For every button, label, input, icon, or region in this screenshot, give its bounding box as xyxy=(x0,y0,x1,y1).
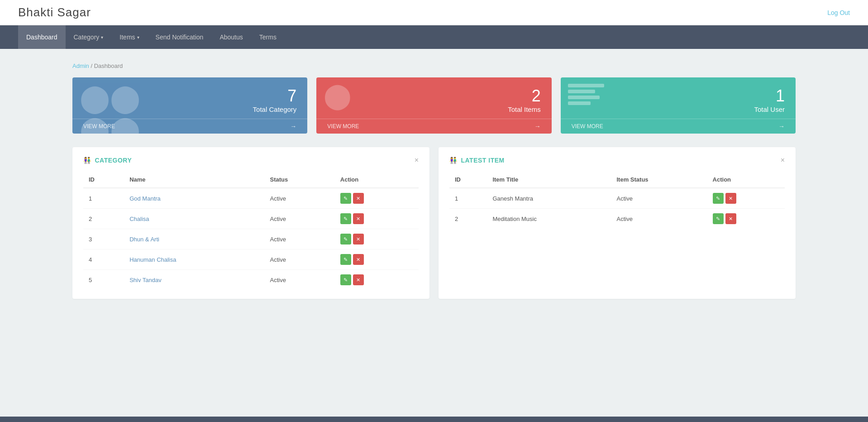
cell-item-title: Meditation Music xyxy=(487,209,611,229)
action-buttons: ✎ ✕ xyxy=(340,213,413,224)
table-row: 3 Dhun & Arti Active ✎ ✕ xyxy=(83,229,419,249)
edit-button[interactable]: ✎ xyxy=(340,193,351,204)
category-close-button[interactable]: × xyxy=(415,156,419,164)
name-link[interactable]: Dhun & Arti xyxy=(129,236,159,243)
category-table-header: 👫 CATEGORY × xyxy=(83,156,419,164)
breadcrumb-admin[interactable]: Admin xyxy=(72,62,89,69)
nav-item-terms[interactable]: Terms xyxy=(251,25,285,49)
edit-button[interactable]: ✎ xyxy=(340,213,351,224)
col-item-status: Item Status xyxy=(611,172,707,188)
teal-bars-decoration xyxy=(568,84,604,105)
view-more-users[interactable]: VIEW MORE xyxy=(572,123,603,129)
nav-item-dashboard[interactable]: Dashboard xyxy=(18,25,66,49)
edit-button[interactable]: ✎ xyxy=(340,234,351,245)
cell-name: God Mantra xyxy=(124,188,264,209)
tables-row: 👫 CATEGORY × ID Name Status Action 1 God xyxy=(72,147,796,299)
edit-button[interactable]: ✎ xyxy=(713,213,724,224)
delete-button[interactable]: ✕ xyxy=(353,274,364,285)
latest-item-icon: 👫 xyxy=(449,157,458,164)
latest-item-close-button[interactable]: × xyxy=(781,156,785,164)
latest-item-table: ID Item Title Item Status Action 1 Ganes… xyxy=(449,172,785,229)
view-more-items[interactable]: VIEW MORE xyxy=(327,123,359,129)
stat-footer-users: VIEW MORE → xyxy=(561,119,796,134)
cell-action: ✎ ✕ xyxy=(707,188,785,209)
cell-id: 2 xyxy=(83,209,124,229)
cell-action: ✎ ✕ xyxy=(335,270,419,290)
footer: 2015 © Bhakti Sagar. All Rights Reserved… xyxy=(0,417,868,422)
cell-id: 4 xyxy=(83,249,124,270)
delete-button[interactable]: ✕ xyxy=(725,193,736,204)
cell-name: Shiv Tandav xyxy=(124,270,264,290)
chevron-down-icon: ▾ xyxy=(137,35,139,40)
name-link[interactable]: Chalisa xyxy=(129,216,149,222)
arrow-right-icon: → xyxy=(290,123,296,130)
cell-status: Active xyxy=(264,209,334,229)
cell-status: Active xyxy=(264,188,334,209)
col-name: Name xyxy=(124,172,264,188)
cell-id: 2 xyxy=(449,209,487,229)
col-id: ID xyxy=(449,172,487,188)
stat-number-items: 2 xyxy=(327,86,540,106)
cell-id: 3 xyxy=(83,229,124,249)
stat-label-users: Total User xyxy=(572,106,785,113)
chevron-down-icon: ▾ xyxy=(101,35,103,40)
breadcrumb-separator: / xyxy=(91,62,94,69)
delete-button[interactable]: ✕ xyxy=(353,213,364,224)
action-buttons: ✎ ✕ xyxy=(340,234,413,245)
navbar: Dashboard Category ▾ Items ▾ Send Notifi… xyxy=(0,25,868,49)
cell-item-status: Active xyxy=(611,188,707,209)
table-row: 2 Meditation Music Active ✎ ✕ xyxy=(449,209,785,229)
cell-action: ✎ ✕ xyxy=(335,229,419,249)
stat-label-items: Total Items xyxy=(327,106,540,113)
nav-item-aboutus[interactable]: Aboutus xyxy=(211,25,251,49)
cell-action: ✎ ✕ xyxy=(335,188,419,209)
nav-item-items[interactable]: Items ▾ xyxy=(111,25,147,49)
col-item-title: Item Title xyxy=(487,172,611,188)
table-row: 4 Hanuman Chalisa Active ✎ ✕ xyxy=(83,249,419,270)
cell-status: Active xyxy=(264,249,334,270)
stats-row: ⬤⬤⬤⬤ 7 Total Category VIEW MORE → ⬤ 2 To… xyxy=(72,77,796,134)
category-bg-icon: ⬤⬤⬤⬤ xyxy=(80,82,140,134)
delete-button[interactable]: ✕ xyxy=(353,234,364,245)
col-id: ID xyxy=(83,172,124,188)
table-row: 1 God Mantra Active ✎ ✕ xyxy=(83,188,419,209)
nav-item-category[interactable]: Category ▾ xyxy=(66,25,112,49)
cell-action: ✎ ✕ xyxy=(707,209,785,229)
action-buttons: ✎ ✕ xyxy=(340,193,413,204)
nav-item-send-notification[interactable]: Send Notification xyxy=(148,25,212,49)
cell-status: Active xyxy=(264,270,334,290)
cell-name: Chalisa xyxy=(124,209,264,229)
stat-card-items: ⬤ 2 Total Items VIEW MORE → xyxy=(316,77,551,134)
latest-item-table-header: 👫 LATEST ITEM × xyxy=(449,156,785,164)
logout-link[interactable]: Log Out xyxy=(827,9,850,16)
category-table-title: 👫 CATEGORY xyxy=(83,157,132,164)
col-action: Action xyxy=(335,172,419,188)
delete-button[interactable]: ✕ xyxy=(353,193,364,204)
edit-button[interactable]: ✎ xyxy=(340,254,351,265)
action-buttons: ✎ ✕ xyxy=(713,193,779,204)
latest-item-table-title: 👫 LATEST ITEM xyxy=(449,157,505,164)
category-table: ID Name Status Action 1 God Mantra Activ… xyxy=(83,172,419,290)
col-action: Action xyxy=(707,172,785,188)
edit-button[interactable]: ✎ xyxy=(713,193,724,204)
stat-card-category: ⬤⬤⬤⬤ 7 Total Category VIEW MORE → xyxy=(72,77,307,134)
cell-name: Dhun & Arti xyxy=(124,229,264,249)
name-link[interactable]: Hanuman Chalisa xyxy=(129,256,176,263)
top-header: Bhakti Sagar Log Out xyxy=(0,0,868,25)
table-row: 5 Shiv Tandav Active ✎ ✕ xyxy=(83,270,419,290)
name-link[interactable]: God Mantra xyxy=(129,195,161,202)
category-table-card: 👫 CATEGORY × ID Name Status Action 1 God xyxy=(72,147,429,299)
main-content: Admin / Dashboard ⬤⬤⬤⬤ 7 Total Category … xyxy=(0,49,868,398)
action-buttons: ✎ ✕ xyxy=(713,213,779,224)
cell-item-status: Active xyxy=(611,209,707,229)
stat-footer-items: VIEW MORE → xyxy=(316,119,551,134)
breadcrumb: Admin / Dashboard xyxy=(72,62,796,69)
name-link[interactable]: Shiv Tandav xyxy=(129,277,162,283)
edit-button[interactable]: ✎ xyxy=(340,274,351,285)
delete-button[interactable]: ✕ xyxy=(725,213,736,224)
delete-button[interactable]: ✕ xyxy=(353,254,364,265)
arrow-right-icon: → xyxy=(778,123,785,130)
cell-name: Hanuman Chalisa xyxy=(124,249,264,270)
action-buttons: ✎ ✕ xyxy=(340,274,413,285)
action-buttons: ✎ ✕ xyxy=(340,254,413,265)
